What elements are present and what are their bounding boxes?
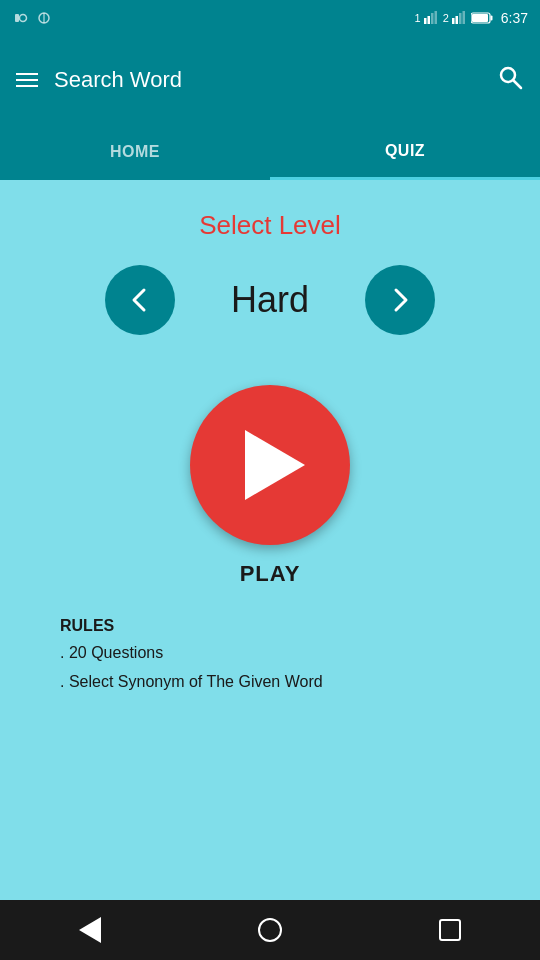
- recent-nav-button[interactable]: [425, 905, 475, 955]
- bottom-nav-bar: [0, 900, 540, 960]
- sim1-signal: 1: [415, 11, 437, 25]
- tab-bar: HOME QUIZ: [0, 124, 540, 180]
- svg-rect-11: [462, 11, 465, 24]
- back-icon: [79, 917, 101, 943]
- android-icon-2: [36, 10, 52, 26]
- rules-title: RULES: [60, 617, 323, 635]
- status-bar-icons-left: [12, 10, 52, 26]
- play-button[interactable]: [190, 385, 350, 545]
- home-icon: [258, 918, 282, 942]
- current-level: Hard: [205, 279, 335, 321]
- svg-rect-13: [490, 16, 492, 21]
- play-label: PLAY: [240, 561, 301, 587]
- svg-rect-14: [472, 14, 488, 22]
- select-level-heading: Select Level: [199, 210, 341, 241]
- toolbar: Search Word: [0, 36, 540, 124]
- android-icon-1: [12, 10, 28, 26]
- recent-icon: [439, 919, 461, 941]
- tab-home[interactable]: HOME: [0, 124, 270, 180]
- status-bar-right: 1 2 6:37: [415, 10, 529, 26]
- main-content: Select Level Hard PLAY RULES . 20 Questi…: [0, 180, 540, 900]
- tab-quiz[interactable]: QUIZ: [270, 124, 540, 180]
- svg-rect-8: [452, 18, 455, 24]
- next-level-button[interactable]: [365, 265, 435, 335]
- svg-rect-4: [424, 18, 427, 24]
- menu-button[interactable]: [16, 73, 38, 87]
- rules-section: RULES . 20 Questions . Select Synonym of…: [60, 617, 323, 697]
- svg-rect-6: [431, 13, 434, 24]
- status-bar: 1 2 6:37: [0, 0, 540, 36]
- sim2-signal: 2: [443, 11, 465, 25]
- svg-rect-7: [434, 11, 437, 24]
- app-title: Search Word: [54, 67, 480, 93]
- battery-icon: [471, 11, 493, 25]
- play-section: PLAY: [190, 385, 350, 587]
- svg-line-16: [513, 80, 521, 88]
- svg-rect-0: [15, 14, 19, 22]
- home-nav-button[interactable]: [245, 905, 295, 955]
- search-button[interactable]: [496, 63, 524, 98]
- svg-rect-5: [427, 16, 430, 24]
- back-nav-button[interactable]: [65, 905, 115, 955]
- time-display: 6:37: [501, 10, 528, 26]
- svg-rect-10: [459, 13, 462, 24]
- level-selector: Hard: [105, 265, 435, 335]
- prev-level-button[interactable]: [105, 265, 175, 335]
- rules-item-2: . Select Synonym of The Given Word: [60, 668, 323, 697]
- svg-point-1: [20, 15, 27, 22]
- svg-rect-9: [455, 16, 458, 24]
- play-icon: [245, 430, 305, 500]
- rules-item-1: . 20 Questions: [60, 639, 323, 668]
